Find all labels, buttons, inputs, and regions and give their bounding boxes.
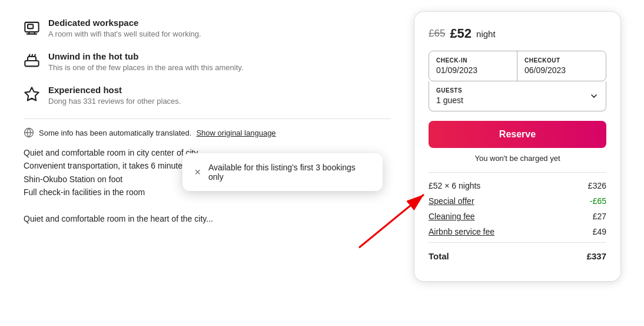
- workspace-icon: [24, 19, 40, 35]
- feature-workspace-title: Dedicated workspace: [48, 18, 201, 28]
- feature-host: Experienced host Dong has 331 reviews fo…: [24, 85, 391, 106]
- special-offer-amount: -£65: [590, 196, 606, 206]
- cleaning-fee-link[interactable]: Cleaning fee: [429, 212, 475, 221]
- feature-workspace: Dedicated workspace A room with wifi tha…: [24, 18, 391, 38]
- feature-hot-tub-desc: This is one of the few places in the are…: [48, 63, 243, 72]
- breakdown-row-cleaning: Cleaning fee £27: [429, 212, 606, 221]
- feature-hot-tub-text: Unwind in the hot tub This is one of the…: [48, 51, 243, 72]
- tooltip-message: Available for this listing's first 3 boo…: [208, 163, 371, 182]
- feature-workspace-desc: A room with wifi that's well suited for …: [48, 29, 201, 38]
- breakdown-row-total: Total £337: [429, 242, 606, 261]
- star-icon: [24, 86, 40, 103]
- tooltip-popup: ✕ Available for this listing's first 3 b…: [182, 153, 383, 191]
- price-night: night: [476, 29, 496, 39]
- service-fee-link[interactable]: Airbnb service fee: [429, 227, 494, 236]
- checkin-value: 01/09/2023: [436, 65, 510, 75]
- svg-rect-0: [25, 22, 38, 32]
- feature-host-title: Experienced host: [48, 85, 181, 95]
- feature-workspace-text: Dedicated workspace A room with wifi tha…: [48, 18, 201, 38]
- booking-card: £65 £52 night CHECK-IN 01/09/2023 CHECKO…: [414, 12, 620, 281]
- show-original-link[interactable]: Show original language: [196, 129, 275, 137]
- checkin-cell[interactable]: CHECK-IN 01/09/2023: [429, 51, 517, 81]
- breakdown-nights-amount: £326: [588, 181, 606, 190]
- price-current: £52: [450, 26, 472, 41]
- no-charge-text: You won't be charged yet: [429, 154, 606, 163]
- feature-host-text: Experienced host Dong has 331 reviews fo…: [48, 85, 181, 106]
- service-fee-amount: £49: [593, 227, 606, 236]
- special-offer-link[interactable]: Special offer: [429, 196, 474, 206]
- breakdown-row-special-offer: Special offer -£65: [429, 196, 606, 206]
- feature-host-desc: Dong has 331 reviews for other places.: [48, 97, 181, 106]
- svg-rect-4: [28, 24, 33, 28]
- translation-notice: Some info has been automatically transla…: [24, 127, 391, 138]
- guests-value: 1 guest: [436, 96, 463, 105]
- price-header: £65 £52 night: [429, 26, 606, 41]
- feature-hot-tub-title: Unwind in the hot tub: [48, 51, 243, 61]
- breakdown-nights-label: £52 × 6 nights: [429, 181, 480, 190]
- chevron-down-icon: [589, 91, 599, 101]
- checkin-label: CHECK-IN: [436, 57, 510, 64]
- total-amount: £337: [587, 251, 606, 261]
- divider: [24, 118, 391, 119]
- svg-rect-5: [25, 61, 38, 66]
- checkout-cell[interactable]: CHECKOUT 06/09/2023: [517, 51, 606, 81]
- checkout-value: 06/09/2023: [525, 65, 599, 75]
- price-breakdown: £52 × 6 nights £326 Special offer -£65 C…: [429, 172, 606, 261]
- feature-hot-tub: Unwind in the hot tub This is one of the…: [24, 51, 391, 72]
- tooltip-close-button[interactable]: ✕: [194, 167, 201, 177]
- date-grid[interactable]: CHECK-IN 01/09/2023 CHECKOUT 06/09/2023: [429, 51, 606, 81]
- cleaning-fee-amount: £27: [593, 212, 606, 221]
- total-label: Total: [429, 251, 449, 261]
- reserve-button[interactable]: Reserve: [429, 121, 606, 148]
- price-original: £65: [429, 28, 445, 39]
- guests-label: GUESTS: [436, 87, 463, 94]
- svg-marker-6: [25, 87, 38, 100]
- breakdown-row-service-fee: Airbnb service fee £49: [429, 227, 606, 236]
- breakdown-row-nights: £52 × 6 nights £326: [429, 181, 606, 190]
- guests-content: GUESTS 1 guest: [436, 87, 463, 105]
- hot-tub-icon: [24, 52, 40, 69]
- guests-cell[interactable]: GUESTS 1 guest: [429, 81, 606, 111]
- translation-text: Some info has been automatically transla…: [39, 129, 191, 137]
- checkout-label: CHECKOUT: [525, 57, 599, 64]
- translate-icon: [24, 127, 34, 138]
